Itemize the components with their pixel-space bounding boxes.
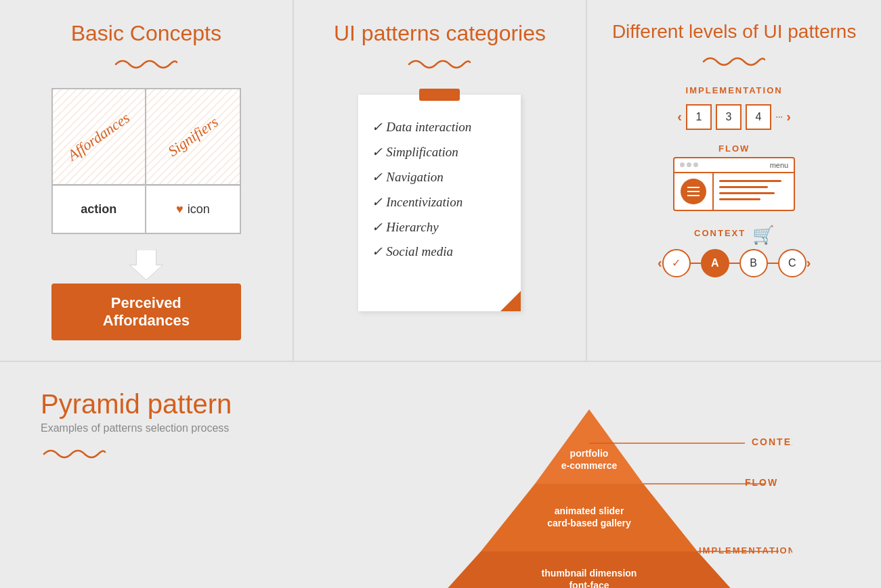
svg-text:card-based gallery: card-based gallery bbox=[548, 518, 632, 528]
list-item: Simplification bbox=[372, 140, 507, 165]
browser-header: menu bbox=[674, 158, 794, 173]
pyramid-subtitle: Examples of patterns selection process bbox=[41, 422, 298, 434]
page-4-button[interactable]: 4 bbox=[746, 104, 771, 130]
browser-content bbox=[714, 173, 794, 210]
step-check: ✓ bbox=[662, 249, 691, 277]
flow-label: FLOW bbox=[718, 143, 750, 154]
svg-marker-9 bbox=[535, 409, 643, 484]
icon-cell: ♥ icon bbox=[146, 185, 240, 233]
main-grid: Basic Concepts bbox=[0, 0, 881, 588]
content-line bbox=[719, 186, 767, 188]
step-c: C bbox=[778, 249, 807, 277]
pagination-row: ‹ 1 3 4 ··· › bbox=[677, 104, 791, 130]
implementation-label: IMPLEMENTATION bbox=[686, 85, 783, 95]
affordances-cell: Affordances bbox=[53, 89, 146, 184]
content-line bbox=[719, 192, 775, 194]
pyramid-container: portfolio e-commerce CONTEXT animated sl… bbox=[298, 389, 881, 588]
page-3-button[interactable]: 3 bbox=[716, 104, 742, 130]
step-connector bbox=[691, 263, 701, 264]
panel3-squiggle bbox=[700, 50, 768, 72]
svg-text:animated slider: animated slider bbox=[555, 505, 624, 516]
svg-text:IMPLEMENTATION: IMPLEMENTATION bbox=[699, 545, 792, 556]
panel1-title: Basic Concepts bbox=[71, 20, 221, 46]
svg-text:font-face: font-face bbox=[570, 580, 609, 588]
step-connector bbox=[768, 263, 778, 264]
cart-icon: 🛒 bbox=[752, 225, 774, 246]
clipboard-clip bbox=[419, 89, 460, 101]
svg-text:CONTEXT: CONTEXT bbox=[752, 436, 792, 447]
flow-section: FLOW menu bbox=[601, 143, 867, 211]
svg-text:e-commerce: e-commerce bbox=[561, 460, 618, 471]
clipboard: Data interaction Simplification Navigati… bbox=[358, 95, 521, 311]
context-section: CONTEXT 🛒 ‹ ✓ A B C › bbox=[601, 225, 867, 277]
panel2-squiggle bbox=[406, 53, 473, 74]
context-steps-row: ‹ ✓ A B C › bbox=[658, 249, 811, 277]
clipboard-corner bbox=[500, 291, 521, 311]
action-label: action bbox=[81, 202, 116, 217]
arrow-down-icon bbox=[126, 250, 167, 280]
list-item: Navigation bbox=[372, 165, 507, 190]
bottom-left: Pyramid pattern Examples of patterns sel… bbox=[0, 389, 298, 462]
context-next-button[interactable]: › bbox=[807, 255, 811, 271]
list-item: Hierarchy bbox=[372, 215, 507, 240]
prev-page-button[interactable]: ‹ bbox=[677, 109, 682, 125]
hamburger-line bbox=[687, 187, 700, 188]
clipboard-list: Data interaction Simplification Navigati… bbox=[372, 115, 507, 265]
content-line bbox=[719, 180, 781, 182]
pyramid-title: Pyramid pattern bbox=[41, 389, 298, 419]
svg-marker-4 bbox=[129, 250, 163, 280]
panel-levels: Different levels of UI patterns IMPLEMEN… bbox=[587, 0, 881, 362]
browser-body bbox=[674, 173, 794, 210]
hamburger-area bbox=[674, 173, 714, 210]
list-item: Social media bbox=[372, 240, 507, 265]
svg-text:thumbnail dimension: thumbnail dimension bbox=[542, 568, 637, 579]
heart-icon: ♥ bbox=[176, 202, 184, 217]
hamburger-icon bbox=[681, 179, 706, 204]
panel-ui-patterns: UI patterns categories Data interaction … bbox=[294, 0, 588, 362]
step-b: B bbox=[739, 249, 768, 277]
pagination-dots: ··· bbox=[775, 111, 782, 123]
list-item: Data interaction bbox=[372, 115, 507, 140]
pyramid-chart: portfolio e-commerce CONTEXT animated sl… bbox=[386, 389, 792, 588]
hamburger-line bbox=[687, 191, 700, 192]
list-item: Incentivization bbox=[372, 190, 507, 215]
step-connector bbox=[729, 263, 739, 264]
bottom-squiggle bbox=[41, 450, 108, 461]
menu-label: menu bbox=[700, 161, 788, 169]
bottom-section: Pyramid pattern Examples of patterns sel… bbox=[0, 362, 881, 588]
context-prev-button[interactable]: ‹ bbox=[658, 255, 662, 271]
panel3-title: Different levels of UI patterns bbox=[612, 20, 857, 43]
panel-basic-concepts: Basic Concepts bbox=[0, 0, 294, 362]
page-1-button[interactable]: 1 bbox=[686, 104, 712, 130]
levels-section: IMPLEMENTATION ‹ 1 3 4 ··· › FLOW bbox=[601, 85, 867, 277]
action-cell: action bbox=[53, 185, 146, 233]
svg-text:portfolio: portfolio bbox=[570, 448, 609, 459]
browser-mockup: menu bbox=[673, 157, 795, 211]
perceived-affordances-label: Perceived Affordances bbox=[51, 284, 241, 340]
step-a: A bbox=[701, 249, 729, 277]
context-label: CONTEXT bbox=[694, 228, 746, 238]
svg-text:FLOW: FLOW bbox=[745, 477, 778, 488]
panel2-title: UI patterns categories bbox=[334, 20, 546, 46]
hamburger-line bbox=[687, 195, 700, 196]
content-line bbox=[719, 198, 760, 200]
panel1-squiggle bbox=[112, 53, 180, 74]
next-page-button[interactable]: › bbox=[786, 109, 791, 125]
signifiers-cell: Signifiers bbox=[146, 89, 240, 184]
icon-label: ♥ icon bbox=[176, 202, 210, 217]
